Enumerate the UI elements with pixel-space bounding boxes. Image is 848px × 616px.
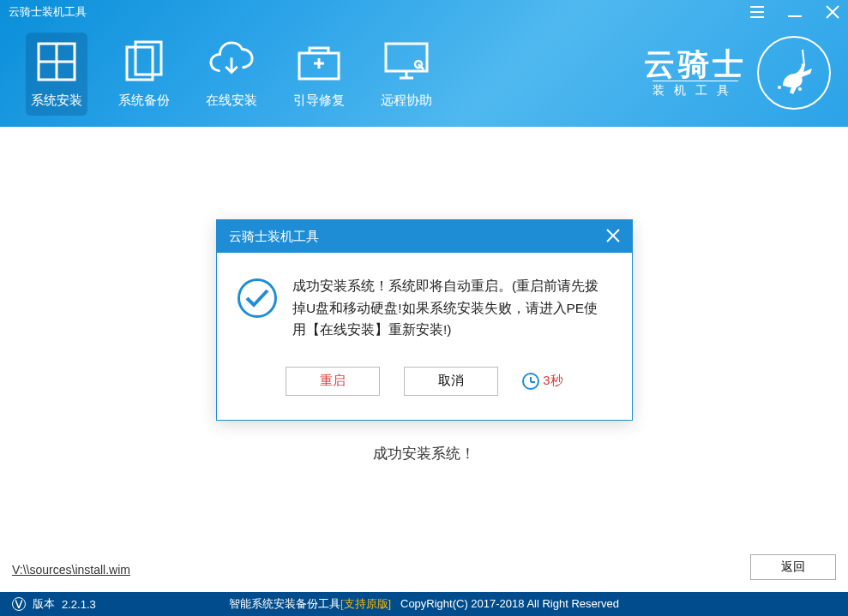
copy-icon: [122, 39, 166, 84]
copyright: CopyRight(C) 2017-2018 All Right Reserve…: [400, 597, 619, 610]
knight-logo-icon: [757, 36, 831, 110]
countdown: 3秒: [522, 373, 562, 390]
footer-center: 智能系统安装备份工具[支持原版] CopyRight(C) 2017-2018 …: [229, 596, 619, 612]
toolbar-system-backup[interactable]: 系统备份: [113, 33, 175, 116]
dialog-message: 成功安装系统！系统即将自动重启。(重启前请先拨掉U盘和移动硬盘!如果系统安装失败…: [292, 275, 611, 341]
svg-point-6: [778, 86, 781, 89]
version-icon: [12, 597, 26, 611]
toolbar-boot-repair[interactable]: 引导修复: [288, 33, 350, 116]
footer-version: 版本 2.2.1.3: [12, 596, 96, 612]
menu-icon[interactable]: [750, 6, 764, 21]
toolbar-remote-assist[interactable]: 远程协助: [376, 33, 437, 116]
toolbox-icon: [297, 39, 341, 84]
svg-point-7: [798, 87, 802, 91]
support-badge: [支持原版]: [340, 597, 391, 610]
title-bar: 云骑士装机工具: [0, 0, 848, 21]
file-path-link[interactable]: V:\\sources\install.wim: [12, 563, 130, 577]
countdown-text: 3秒: [543, 373, 562, 389]
main-status-text: 成功安装系统！: [373, 444, 475, 463]
clock-icon: [522, 373, 539, 390]
toolbar-label: 引导修复: [293, 93, 345, 109]
monitor-icon: [384, 39, 429, 84]
minimize-button[interactable]: [788, 6, 802, 21]
restart-button[interactable]: 重启: [286, 367, 380, 396]
dialog-close-button[interactable]: [606, 227, 620, 247]
brand-subtitle: 装机工具: [653, 81, 738, 99]
toolbar-system-install[interactable]: 系统安装: [26, 33, 87, 116]
success-check-icon: [238, 278, 277, 318]
back-button[interactable]: 返回: [750, 554, 836, 580]
app-title: 云骑士装机工具: [9, 4, 87, 20]
brand-title: 云骑士: [644, 47, 747, 81]
version-number: 2.2.1.3: [62, 598, 96, 611]
version-label: 版本: [33, 596, 55, 612]
close-button[interactable]: [826, 5, 839, 22]
success-dialog: 云骑士装机工具 成功安装系统！系统即将自动重启。(重启前请先拨掉U盘和移动硬盘!…: [216, 219, 633, 421]
toolbar-label: 在线安装: [206, 93, 257, 109]
toolbar-label: 系统安装: [31, 93, 82, 109]
windows-icon: [34, 39, 79, 84]
toolbar-label: 系统备份: [118, 93, 170, 109]
brand: 云骑士 装机工具: [644, 36, 831, 110]
cloud-download-icon: [209, 39, 254, 84]
toolbar-label: 远程协助: [381, 93, 432, 109]
cancel-button[interactable]: 取消: [404, 367, 498, 396]
tool-description: 智能系统安装备份工具: [229, 597, 340, 610]
dialog-titlebar: 云骑士装机工具: [217, 220, 632, 253]
dialog-title: 云骑士装机工具: [229, 229, 319, 245]
toolbar-online-install[interactable]: 在线安装: [201, 33, 262, 116]
